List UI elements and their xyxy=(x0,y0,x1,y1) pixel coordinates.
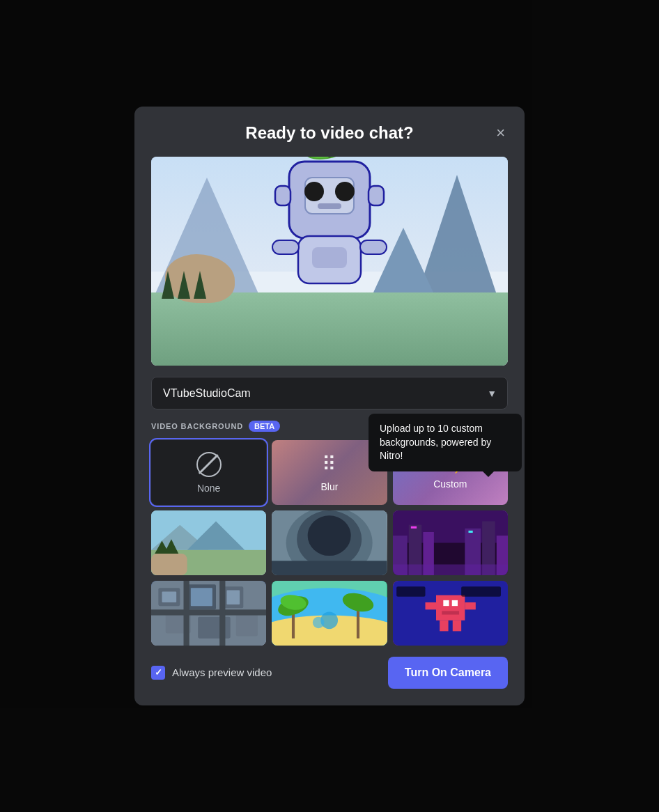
svg-rect-62 xyxy=(436,595,465,620)
svg-rect-39 xyxy=(162,591,176,602)
background-option-preset-2[interactable] xyxy=(272,510,387,575)
svg-point-5 xyxy=(304,182,324,201)
tree xyxy=(194,271,206,299)
svg-point-6 xyxy=(335,182,355,201)
robot-character xyxy=(253,157,406,307)
svg-rect-36 xyxy=(393,564,508,575)
svg-rect-45 xyxy=(198,617,230,639)
beta-badge: BETA xyxy=(249,421,280,432)
svg-rect-47 xyxy=(151,609,266,615)
video-preview xyxy=(151,157,508,366)
background-option-none[interactable]: None xyxy=(151,440,266,505)
vbg-label-row: VIDEO BACKGROUND BETA Upload up to 10 cu… xyxy=(151,421,508,432)
svg-rect-49 xyxy=(219,581,225,646)
vbg-label: VIDEO BACKGROUND xyxy=(151,422,243,430)
svg-rect-8 xyxy=(369,186,384,205)
svg-rect-13 xyxy=(312,247,347,268)
video-background-section: VIDEO BACKGROUND BETA Upload up to 10 cu… xyxy=(151,421,508,646)
background-option-preset-6[interactable] xyxy=(393,581,508,646)
blur-label: Blur xyxy=(321,481,339,492)
background-option-preset-3[interactable] xyxy=(393,510,508,575)
svg-rect-41 xyxy=(191,588,212,606)
svg-rect-18 xyxy=(151,554,187,575)
background-option-preset-1[interactable] xyxy=(151,510,266,575)
svg-rect-68 xyxy=(440,620,448,631)
always-preview-label: Always preview video xyxy=(172,666,272,678)
svg-rect-34 xyxy=(410,526,416,529)
svg-rect-67 xyxy=(465,602,475,609)
svg-rect-71 xyxy=(396,586,425,596)
camera-select[interactable]: VTubeStudioCam Built-in Camera OBS Virtu… xyxy=(151,377,508,409)
svg-rect-70 xyxy=(461,586,501,596)
svg-rect-9 xyxy=(318,203,341,209)
svg-point-59 xyxy=(313,617,325,629)
turn-on-camera-button[interactable]: Turn On Camera xyxy=(388,657,508,689)
modal-header: Ready to video chat? × xyxy=(151,123,508,143)
svg-rect-65 xyxy=(442,611,459,614)
trees xyxy=(162,271,206,299)
always-preview-checkbox[interactable]: ✓ xyxy=(151,666,165,680)
always-preview-checkbox-row[interactable]: ✓ Always preview video xyxy=(151,666,272,680)
svg-rect-7 xyxy=(275,186,290,205)
video-preview-inner xyxy=(151,157,508,366)
tooltip-text: Upload up to 10 custom backgrounds, powe… xyxy=(380,423,491,461)
svg-rect-48 xyxy=(183,581,189,646)
background-option-preset-4[interactable] xyxy=(151,581,266,646)
camera-select-wrapper[interactable]: VTubeStudioCam Built-in Camera OBS Virtu… xyxy=(151,377,508,409)
close-button[interactable]: × xyxy=(493,123,508,143)
svg-rect-25 xyxy=(272,561,387,575)
svg-rect-43 xyxy=(226,590,240,604)
tree xyxy=(178,271,190,299)
custom-label: Custom xyxy=(433,478,467,490)
overlay: Ready to video chat? × xyxy=(0,0,659,812)
checkmark-icon: ✓ xyxy=(155,667,162,678)
svg-point-24 xyxy=(308,515,351,556)
svg-rect-12 xyxy=(360,240,387,254)
svg-rect-63 xyxy=(443,600,449,606)
svg-rect-64 xyxy=(451,600,457,606)
svg-rect-69 xyxy=(452,620,460,631)
svg-rect-66 xyxy=(425,602,435,609)
none-label: None xyxy=(197,483,220,494)
svg-rect-35 xyxy=(468,531,472,533)
nitro-tooltip: Upload up to 10 custom backgrounds, powe… xyxy=(369,414,522,471)
none-icon xyxy=(196,452,222,477)
modal-title: Ready to video chat? xyxy=(151,123,508,143)
svg-rect-11 xyxy=(272,240,299,254)
blur-icon: ⠿ xyxy=(322,453,336,476)
background-option-preset-5[interactable] xyxy=(272,581,387,646)
modal-footer: ✓ Always preview video Turn On Camera xyxy=(151,657,508,689)
modal-dialog: Ready to video chat? × xyxy=(134,107,525,705)
tree xyxy=(162,271,174,299)
